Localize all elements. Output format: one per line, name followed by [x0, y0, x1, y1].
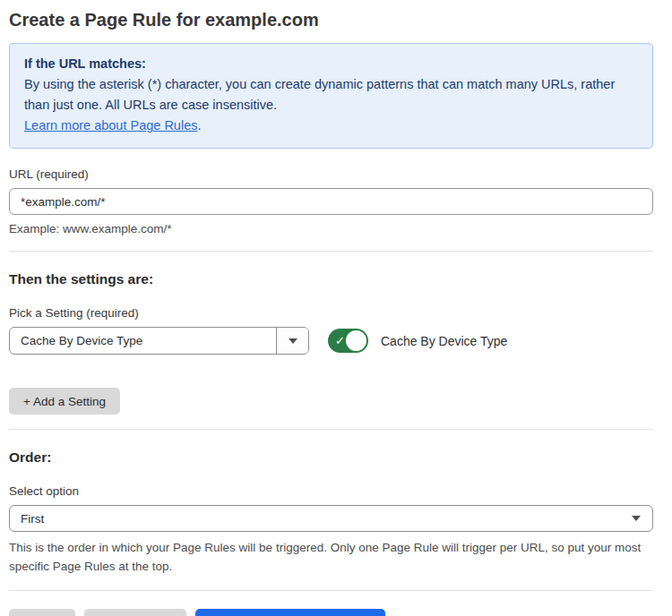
setting-picker-label: Pick a Setting (required) — [9, 306, 653, 321]
chevron-down-icon — [632, 516, 641, 521]
info-box-heading: If the URL matches: — [24, 54, 638, 74]
url-input[interactable] — [9, 188, 653, 215]
create-page-rule-form: Create a Page Rule for example.com If th… — [0, 0, 672, 616]
order-select-label: Select option — [9, 484, 653, 499]
setting-picker-dropdown-button[interactable] — [276, 328, 308, 354]
settings-section-heading: Then the settings are: — [9, 271, 653, 287]
divider — [9, 429, 653, 430]
setting-toggle[interactable]: ✓ — [328, 329, 368, 353]
toggle-knob — [346, 330, 366, 351]
order-select-caret-wrap — [620, 516, 652, 521]
cancel-button[interactable]: Cancel — [9, 609, 75, 616]
setting-row: Cache By Device Type ✓ Cache By Device T… — [9, 327, 653, 355]
url-field-label: URL (required) — [9, 167, 653, 182]
info-box-link-line: Learn more about Page Rules. — [24, 116, 638, 136]
save-deploy-button[interactable]: Save and Deploy Page Rule — [195, 609, 385, 616]
url-example-hint: Example: www.example.com/* — [9, 221, 653, 236]
setting-picker-select[interactable]: Cache By Device Type — [9, 327, 309, 355]
order-select-value: First — [10, 512, 620, 526]
check-icon: ✓ — [335, 335, 345, 346]
divider — [9, 251, 653, 252]
setting-picker-value: Cache By Device Type — [10, 328, 276, 354]
setting-toggle-label: Cache By Device Type — [381, 334, 507, 348]
learn-more-link[interactable]: Learn more about Page Rules — [24, 118, 197, 133]
url-match-info-box: If the URL matches: By using the asteris… — [9, 43, 653, 149]
form-actions: Cancel Save as Draft Save and Deploy Pag… — [9, 609, 653, 616]
info-box-body: By using the asterisk (*) character, you… — [24, 74, 638, 116]
order-section-heading: Order: — [9, 449, 653, 466]
order-select[interactable]: First — [9, 505, 653, 532]
order-help-text: This is the order in which your Page Rul… — [9, 538, 653, 576]
add-setting-button[interactable]: + Add a Setting — [9, 388, 120, 415]
page-title: Create a Page Rule for example.com — [9, 7, 653, 32]
chevron-down-icon — [289, 338, 297, 344]
divider — [9, 590, 653, 591]
link-suffix: . — [197, 118, 201, 133]
save-draft-button[interactable]: Save as Draft — [84, 609, 186, 616]
